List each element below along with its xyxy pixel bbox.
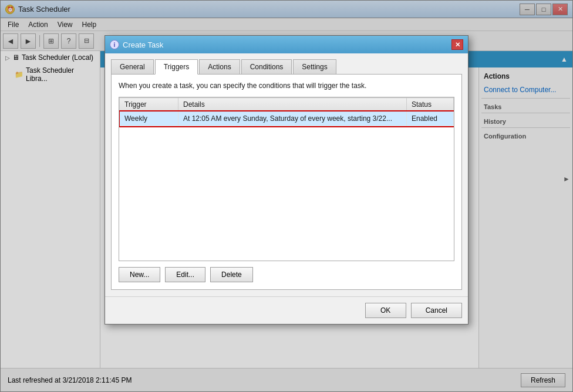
cell-trigger: Weekly (120, 111, 178, 126)
modal-overlay: i Create Task ✕ General Triggers Actions… (0, 0, 573, 392)
dialog-footer: OK Cancel (105, 296, 468, 324)
col-details: Details (178, 98, 407, 111)
dialog-icon: i (110, 40, 119, 49)
tab-general[interactable]: General (111, 59, 154, 75)
delete-trigger-button[interactable]: Delete (210, 267, 253, 282)
tab-bar: General Triggers Actions Conditions Sett… (111, 59, 462, 75)
triggers-table: Trigger Details Status Weekly At 12:05 A… (119, 97, 454, 126)
dialog-content: General Triggers Actions Conditions Sett… (105, 53, 468, 296)
col-status: Status (407, 98, 454, 111)
new-trigger-button[interactable]: New... (119, 267, 160, 282)
cancel-button[interactable]: Cancel (411, 303, 462, 318)
edit-trigger-button[interactable]: Edit... (165, 267, 205, 282)
triggers-table-head: Trigger Details Status (120, 98, 454, 111)
triggers-table-body: Weekly At 12:05 AM every Sunday, Saturda… (120, 111, 454, 126)
col-trigger: Trigger (120, 98, 178, 111)
dialog-title-text: Create Task (123, 40, 163, 49)
tab-triggers[interactable]: Triggers (155, 59, 198, 75)
dialog-title-left: i Create Task (110, 40, 163, 49)
tab-conditions[interactable]: Conditions (241, 59, 292, 75)
cell-details: At 12:05 AM every Sunday, Saturday of ev… (178, 111, 407, 126)
triggers-header-row: Trigger Details Status (120, 98, 454, 111)
dialog-title-bar: i Create Task ✕ (105, 36, 468, 53)
create-task-dialog: i Create Task ✕ General Triggers Actions… (105, 35, 468, 325)
triggers-table-container: Trigger Details Status Weekly At 12:05 A… (119, 97, 454, 261)
triggers-description: When you create a task, you can specify … (119, 82, 454, 90)
tab-content-triggers: When you create a task, you can specify … (111, 74, 462, 290)
cell-status: Enabled (407, 111, 454, 126)
dialog-close-button[interactable]: ✕ (451, 39, 463, 50)
tab-actions[interactable]: Actions (199, 59, 240, 75)
table-row[interactable]: Weekly At 12:05 AM every Sunday, Saturda… (120, 111, 454, 126)
trigger-action-buttons: New... Edit... Delete (119, 267, 454, 282)
tab-settings[interactable]: Settings (293, 59, 336, 75)
ok-button[interactable]: OK (365, 303, 406, 318)
